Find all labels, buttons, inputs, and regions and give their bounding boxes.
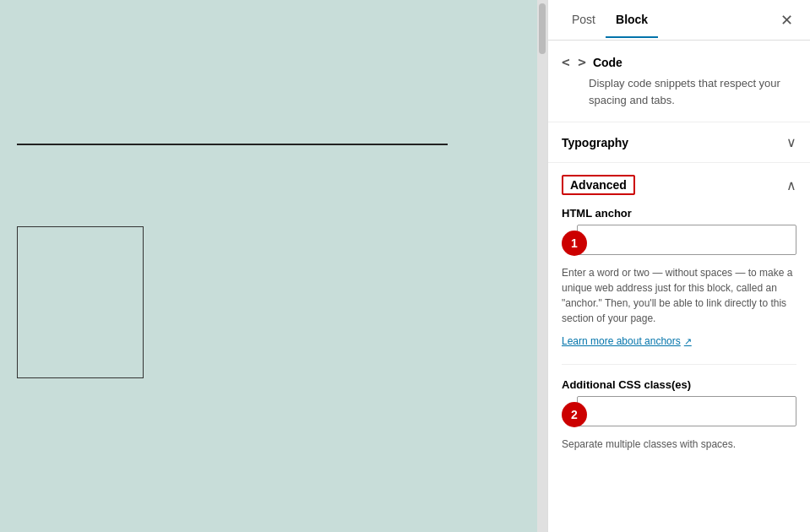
step-badge-1: 1 [562, 231, 587, 256]
editor-canvas [0, 0, 537, 532]
css-classes-label: Additional CSS class(es) [562, 378, 796, 391]
code-block-description: Display code snippets that respect your … [562, 75, 796, 108]
close-button[interactable]: ✕ [777, 9, 796, 31]
tab-block[interactable]: Block [606, 3, 658, 38]
html-anchor-wrapper: 1 [577, 225, 796, 262]
css-classes-input[interactable] [577, 396, 796, 426]
typography-title: Typography [562, 136, 628, 149]
separator [562, 364, 796, 365]
external-link-icon: ↗ [684, 336, 692, 347]
advanced-section-header[interactable]: Advanced ∧ [548, 163, 810, 207]
scrollbar-thumb[interactable] [539, 3, 546, 54]
panel-body: < > Code Display code snippets that resp… [548, 41, 810, 532]
step-badge-2: 2 [562, 402, 587, 427]
code-icon: < > [562, 54, 586, 70]
html-anchor-input[interactable] [577, 225, 796, 255]
code-block-section: < > Code Display code snippets that resp… [548, 41, 810, 122]
editor-horizontal-line [17, 144, 448, 145]
html-anchor-label: HTML anchor [562, 207, 796, 220]
learn-more-link[interactable]: Learn more about anchors ↗ [562, 335, 692, 347]
css-classes-helper: Separate multiple classes with spaces. [562, 438, 796, 450]
scrollbar-track[interactable] [537, 0, 547, 532]
advanced-content: HTML anchor 1 Enter a word or two — with… [548, 207, 810, 464]
code-block-header: < > Code [562, 54, 796, 70]
editor-rectangle [17, 226, 144, 378]
tab-post[interactable]: Post [562, 3, 606, 38]
advanced-title: Advanced [562, 175, 635, 195]
html-anchor-helper: Enter a word or two — without spaces — t… [562, 265, 796, 326]
right-panel: Post Block ✕ < > Code Display code snipp… [547, 0, 810, 532]
code-block-title: Code [593, 56, 622, 69]
panel-tabs: Post Block ✕ [548, 0, 810, 41]
typography-section-header[interactable]: Typography ∨ [548, 122, 810, 163]
advanced-chevron: ∧ [786, 177, 796, 193]
typography-chevron: ∨ [786, 134, 796, 150]
css-classes-wrapper: 2 [577, 396, 796, 433]
